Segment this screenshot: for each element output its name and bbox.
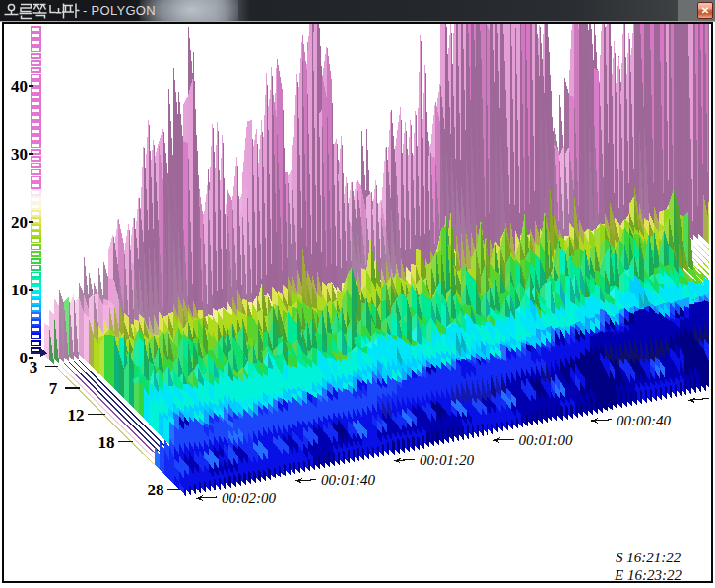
svg-text:10: 10 [11, 281, 28, 299]
svg-text:00:01:00: 00:01:00 [519, 432, 573, 448]
svg-text:0: 0 [20, 349, 29, 367]
svg-text:00:00:40: 00:00:40 [617, 413, 671, 428]
svg-text:S 16:21:22: S 16:21:22 [616, 550, 682, 565]
svg-text:E 16:23:22: E 16:23:22 [614, 567, 682, 581]
svg-text:12: 12 [68, 406, 85, 425]
svg-text:40: 40 [11, 77, 28, 96]
svg-text:30: 30 [11, 145, 28, 163]
svg-text:7: 7 [49, 379, 58, 398]
svg-text:28: 28 [148, 481, 164, 499]
svg-text:00:01:40: 00:01:40 [321, 472, 375, 488]
svg-text:00:01:20: 00:01:20 [420, 452, 474, 468]
svg-text:20: 20 [11, 213, 28, 231]
svg-text:00:02:00: 00:02:00 [222, 490, 276, 506]
svg-text:3: 3 [30, 359, 38, 377]
svg-text:18: 18 [98, 433, 115, 452]
